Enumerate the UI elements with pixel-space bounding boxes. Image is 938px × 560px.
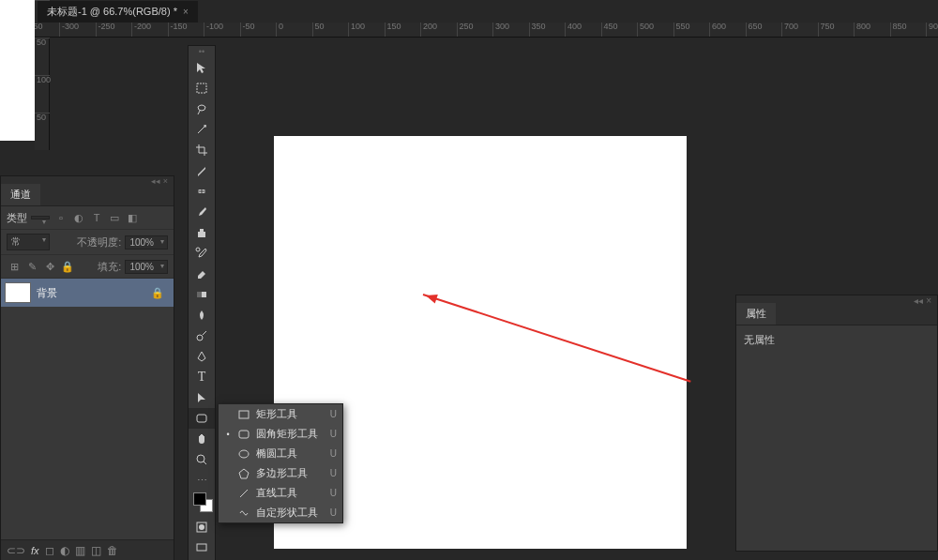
- fill-label: 填充:: [98, 260, 121, 274]
- svg-rect-11: [197, 544, 206, 551]
- layers-empty-area: [1, 307, 174, 539]
- dodge-tool[interactable]: [189, 325, 215, 346]
- filter-type-icon[interactable]: T: [89, 210, 104, 225]
- hand-tool[interactable]: [189, 429, 215, 449]
- flyout-item-round-rect[interactable]: •圆角矩形工具U: [219, 424, 342, 444]
- ruler-tick: 400: [565, 23, 582, 38]
- kind-filter-dropdown[interactable]: [31, 216, 50, 219]
- layer-row-background[interactable]: 背景 🔒: [1, 279, 174, 307]
- layer-fx-icon[interactable]: fx: [31, 544, 39, 557]
- flyout-label: 圆角矩形工具: [256, 427, 325, 441]
- flyout-item-line[interactable]: 直线工具U: [219, 483, 342, 503]
- document-tab[interactable]: 未标题-1 @ 66.7%(RGB/8) * ×: [38, 1, 198, 23]
- svg-point-8: [197, 455, 204, 462]
- misc-tool[interactable]: ⋯: [189, 470, 215, 491]
- ruler-tick: 0: [276, 23, 283, 38]
- filter-adjust-icon[interactable]: ◐: [71, 210, 86, 225]
- tools-panel: •• T ⋯: [188, 45, 216, 560]
- move-tool[interactable]: [189, 57, 215, 78]
- ruler-tick: 900: [926, 23, 938, 38]
- lock-all-icon[interactable]: ⊞: [7, 259, 22, 274]
- kind-label: 类型: [7, 211, 27, 225]
- line-icon: [237, 487, 250, 500]
- lock-pixel-icon[interactable]: ✎: [24, 259, 39, 274]
- lasso-tool[interactable]: [189, 98, 215, 119]
- layer-name[interactable]: 背景: [37, 286, 145, 300]
- ruler-tick: 250: [457, 23, 474, 38]
- path-select-tool[interactable]: [189, 387, 215, 408]
- ruler-tick: 750: [818, 23, 835, 38]
- foreground-swatch[interactable]: [193, 492, 206, 506]
- flyout-item-ellipse[interactable]: 椭圆工具U: [219, 444, 342, 463]
- ruler-tick: 50: [312, 23, 325, 38]
- flyout-label: 多边形工具: [256, 466, 325, 480]
- ruler-tick: -350: [35, 23, 43, 38]
- panel-grip[interactable]: ••: [189, 50, 215, 57]
- link-layers-icon[interactable]: ⊂⊃: [7, 544, 25, 557]
- svg-line-16: [240, 490, 248, 497]
- channels-tab[interactable]: 通道: [1, 184, 40, 205]
- delete-layer-icon[interactable]: 🗑: [107, 544, 118, 557]
- flyout-shortcut: U: [330, 409, 337, 419]
- blur-tool[interactable]: [189, 305, 215, 325]
- screen-mode-tool[interactable]: [189, 537, 215, 558]
- flyout-shortcut: U: [330, 429, 337, 439]
- pen-tool[interactable]: [189, 346, 215, 367]
- blend-mode-dropdown[interactable]: 常: [7, 234, 50, 250]
- magic-wand-tool[interactable]: [189, 119, 215, 140]
- ruler-tick: 350: [529, 23, 546, 38]
- svg-rect-12: [239, 411, 249, 418]
- flyout-item-custom[interactable]: 自定形状工具U: [219, 503, 342, 522]
- svg-rect-0: [197, 83, 206, 93]
- lock-pos-icon[interactable]: ✥: [42, 259, 57, 274]
- properties-collapse-icon[interactable]: ◂◂ ×: [736, 295, 937, 303]
- quick-mask-tool[interactable]: [189, 517, 215, 537]
- gradient-tool[interactable]: [189, 284, 215, 305]
- flyout-active-dot: •: [224, 430, 232, 439]
- marquee-tool[interactable]: [189, 78, 215, 98]
- layer-group-icon[interactable]: ▥: [75, 544, 85, 557]
- properties-body: 无属性: [736, 325, 937, 551]
- layer-filter-icons: ▫ ◐ T ▭ ◧: [53, 210, 140, 225]
- layer-thumbnail[interactable]: [5, 282, 31, 303]
- layers-panel: ◂◂ × 通道 类型 ▫ ◐ T ▭ ◧ 常 不透明度: 100% ⊞ ✎ ✥ …: [0, 175, 174, 560]
- layer-lock-icon: 🔒: [151, 287, 170, 299]
- opacity-label: 不透明度:: [77, 235, 121, 250]
- flyout-item-rect[interactable]: 矩形工具U: [219, 404, 342, 424]
- flyout-label: 椭圆工具: [256, 446, 325, 461]
- close-icon[interactable]: ×: [183, 7, 189, 17]
- ruler-tick: -250: [96, 23, 115, 38]
- eraser-tool[interactable]: [189, 264, 215, 284]
- type-tool[interactable]: T: [189, 367, 215, 387]
- flyout-shortcut: U: [330, 507, 337, 518]
- lock-icon[interactable]: 🔒: [60, 259, 75, 274]
- shape-tool[interactable]: [189, 408, 215, 429]
- eyedropper-tool[interactable]: [189, 160, 215, 181]
- flyout-item-polygon[interactable]: 多边形工具U: [219, 463, 342, 483]
- filter-shape-icon[interactable]: ▭: [107, 210, 122, 225]
- filter-smart-icon[interactable]: ◧: [125, 210, 140, 225]
- properties-tab[interactable]: 属性: [736, 303, 776, 325]
- color-swatches[interactable]: [189, 491, 215, 517]
- ruler-tick: 850: [890, 23, 907, 38]
- shape-tool-flyout: 矩形工具U•圆角矩形工具U椭圆工具U多边形工具U直线工具U自定形状工具U: [218, 403, 343, 523]
- brush-tool[interactable]: [189, 202, 215, 222]
- fill-value[interactable]: 100%: [125, 260, 168, 274]
- layer-mask-icon[interactable]: ◻: [45, 544, 54, 557]
- svg-point-3: [196, 248, 200, 251]
- healing-tool[interactable]: [189, 181, 215, 202]
- crop-tool[interactable]: [189, 140, 215, 160]
- zoom-tool[interactable]: [189, 449, 215, 470]
- svg-point-1: [204, 125, 206, 127]
- panel-collapse-icon[interactable]: ◂◂ ×: [1, 176, 174, 184]
- new-layer-icon[interactable]: ◫: [91, 544, 101, 557]
- ruler-tick: 100: [348, 23, 365, 38]
- ruler-tick: -150: [168, 23, 188, 38]
- opacity-value[interactable]: 100%: [125, 235, 168, 250]
- filter-pixel-icon[interactable]: ▫: [53, 210, 68, 225]
- adjustment-layer-icon[interactable]: ◐: [60, 544, 69, 557]
- clone-tool[interactable]: [189, 222, 215, 243]
- custom-icon: [237, 507, 250, 520]
- flyout-shortcut: U: [330, 448, 337, 459]
- history-brush-tool[interactable]: [189, 243, 215, 264]
